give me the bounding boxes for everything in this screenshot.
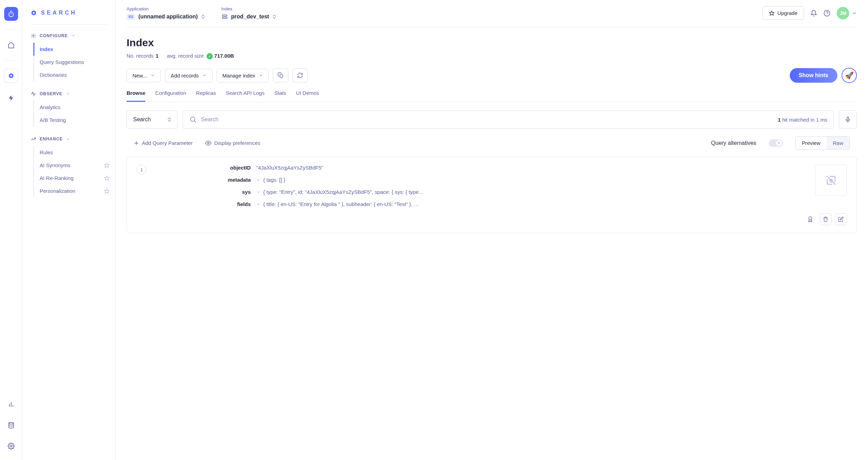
index-icon	[222, 14, 228, 20]
query-alternatives-toggle[interactable]	[769, 139, 783, 147]
view-preview[interactable]: Preview	[796, 137, 827, 149]
svg-point-7	[33, 35, 34, 36]
search-mode-selector[interactable]: Search	[127, 110, 178, 129]
sidebar-item-rules[interactable]: Rules	[34, 146, 115, 159]
chevron-down-icon	[852, 11, 857, 16]
voice-search-button[interactable]	[839, 110, 857, 129]
add-query-parameter[interactable]: Add Query Parameter	[134, 140, 193, 146]
notifications-button[interactable]	[810, 10, 817, 17]
search-input[interactable]	[197, 111, 778, 128]
new-button[interactable]: New...	[127, 69, 161, 82]
tabs: Browse Configuration Replicas Search API…	[127, 90, 857, 102]
application-selector[interactable]: VU (unnamed application)	[127, 14, 205, 20]
sidebar-item-analytics[interactable]: Analytics	[34, 101, 115, 114]
nav-rail	[0, 0, 22, 460]
record-delete-button[interactable]	[820, 213, 831, 225]
help-icon	[823, 10, 830, 17]
app-badge: VU	[127, 14, 135, 20]
svg-point-6	[33, 12, 34, 14]
gear-icon	[31, 33, 36, 39]
sidebar-item-personalization[interactable]: Personalization	[34, 184, 115, 197]
chevron-down-icon	[66, 137, 70, 141]
section-observe[interactable]: OBSERVE	[22, 91, 115, 101]
no-image-icon	[826, 175, 836, 186]
check-icon: ✓	[207, 53, 213, 59]
upgrade-button[interactable]: Upgrade	[762, 6, 804, 20]
svg-marker-9	[104, 176, 109, 180]
record-badge-button[interactable]	[804, 213, 816, 225]
tab-stats[interactable]: Stats	[274, 90, 286, 102]
rail-search-product[interactable]	[4, 69, 18, 83]
view-toggle: Preview Raw	[795, 136, 850, 150]
sort-icon	[168, 117, 171, 122]
copy-button[interactable]	[273, 68, 288, 82]
sidebar-item-dictionaries[interactable]: Dictionaries	[34, 68, 115, 81]
sidebar-item-ai-synonyms[interactable]: AI Synonyms	[34, 159, 115, 172]
size-label: avg. record size	[167, 53, 204, 59]
page-title: Index	[127, 37, 857, 49]
trend-icon	[31, 136, 36, 142]
star-icon	[104, 175, 110, 181]
sidebar: SEARCH CONFIGURE Index Query Suggestions…	[22, 0, 115, 460]
index-selector[interactable]: prod_dev_test	[222, 14, 276, 20]
chevron-down-icon	[151, 73, 155, 77]
section-title: OBSERVE	[40, 91, 62, 96]
sidebar-title: SEARCH	[41, 10, 77, 16]
sidebar-item-query-suggestions[interactable]: Query Suggestions	[34, 56, 115, 68]
search-product-icon	[31, 10, 37, 16]
star-icon	[104, 163, 110, 168]
manage-index-button[interactable]: Manage index	[217, 69, 269, 82]
add-records-button[interactable]: Add records	[165, 69, 212, 82]
size-value: 717.00B	[214, 53, 234, 59]
index-value: prod_dev_test	[231, 14, 269, 20]
sidebar-item-index[interactable]: Index	[33, 43, 115, 56]
chevron-down-icon	[71, 34, 75, 38]
tab-configuration[interactable]: Configuration	[155, 90, 186, 102]
records-label: No. records	[127, 53, 154, 59]
help-button[interactable]	[823, 10, 830, 17]
record-row-sys: sys { type: "Entry", id: "4JaXluX5zqjAaY…	[153, 189, 809, 195]
chevron-down-icon	[66, 92, 70, 96]
avatar: JM	[837, 7, 849, 19]
sort-icon	[201, 15, 205, 19]
record-edit-button[interactable]	[835, 213, 847, 225]
refresh-button[interactable]	[292, 68, 308, 82]
tab-search-api-logs[interactable]: Search API Logs	[226, 90, 265, 102]
rail-analytics[interactable]	[4, 397, 18, 411]
svg-point-4	[10, 445, 12, 447]
record-card: 1 objectID "4JaXluX5zqjAaYsZySBdF5" meta…	[127, 157, 857, 233]
chevron-down-icon[interactable]	[256, 202, 260, 206]
rail-lightning[interactable]	[4, 91, 18, 105]
rail-stopwatch[interactable]	[4, 7, 18, 21]
rocket-icon: 🚀	[845, 71, 854, 80]
user-menu[interactable]: JM	[837, 7, 857, 19]
tab-ui-demos[interactable]: UI Demos	[296, 90, 319, 102]
svg-point-16	[190, 117, 195, 122]
tab-replicas[interactable]: Replicas	[196, 90, 216, 102]
section-enhance[interactable]: ENHANCE	[22, 136, 115, 146]
search-box: 1 hit matched in 1 ms	[183, 110, 834, 129]
copy-icon	[278, 72, 284, 79]
edit-icon	[838, 216, 844, 222]
sidebar-item-ai-reranking[interactable]: AI Re-Ranking	[34, 172, 115, 184]
tab-browse[interactable]: Browse	[127, 90, 145, 102]
trash-icon	[823, 216, 828, 222]
display-preferences[interactable]: Display preferences	[205, 140, 260, 146]
chevron-down-icon[interactable]	[256, 190, 260, 194]
svg-point-0	[9, 12, 13, 17]
rail-home[interactable]	[4, 38, 18, 52]
chevron-down-icon[interactable]	[256, 178, 260, 182]
rail-database[interactable]	[4, 418, 18, 432]
rocket-button[interactable]: 🚀	[842, 68, 857, 83]
sidebar-item-ab-testing[interactable]: A/B Testing	[34, 114, 115, 126]
sidebar-header: SEARCH	[22, 10, 115, 24]
plus-icon	[134, 140, 139, 146]
show-hints-button[interactable]: Show hints	[790, 68, 837, 83]
section-configure[interactable]: CONFIGURE	[22, 33, 115, 43]
view-raw[interactable]: Raw	[827, 137, 850, 149]
svg-rect-12	[222, 17, 227, 19]
rail-settings[interactable]	[4, 439, 18, 453]
svg-marker-13	[770, 11, 774, 15]
award-icon	[807, 216, 813, 222]
sort-icon	[273, 15, 276, 19]
